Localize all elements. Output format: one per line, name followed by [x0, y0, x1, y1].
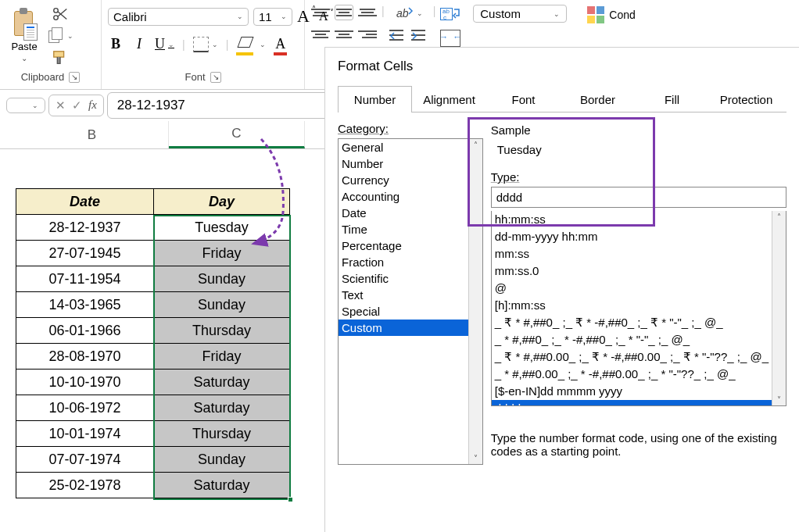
cancel-icon[interactable]: ✕ [56, 98, 66, 112]
cell-day[interactable]: Friday [154, 344, 290, 370]
paste-button[interactable]: Paste ⌄ [6, 9, 42, 62]
format-list[interactable]: hh:mm:ss dd-mm-yyyy hh:mm mm:ss mm:ss.0 … [491, 211, 786, 406]
category-item[interactable]: Percentage [339, 237, 468, 254]
align-center-button[interactable] [335, 27, 353, 42]
cell-date[interactable]: 28-08-1970 [16, 344, 154, 370]
group-launcher-icon[interactable]: ↘ [69, 72, 80, 83]
scroll-down-icon[interactable]: ˅ [777, 395, 781, 404]
cell-day[interactable]: Thursday [154, 318, 290, 344]
column-header-c[interactable]: C [169, 121, 305, 148]
orientation-button[interactable]: ab ⌄ [389, 5, 428, 22]
group-launcher-icon[interactable]: ↘ [210, 72, 221, 83]
cell-date[interactable]: 10-10-1970 [16, 370, 154, 395]
column-header-b[interactable]: B [16, 121, 169, 148]
merge-button[interactable] [440, 30, 460, 47]
cell-date[interactable]: 28-12-1937 [16, 215, 154, 241]
conditional-formatting-button[interactable]: Cond [584, 3, 638, 27]
font-size-select[interactable]: 11 ⌄ [253, 8, 292, 26]
format-item[interactable]: [h]:mm:ss [492, 297, 772, 314]
format-item[interactable]: _ ₹ * #,##0_ ;_ ₹ * -#,##0_ ;_ ₹ * "-"_ … [492, 314, 772, 331]
cell-date[interactable]: 25-02-1978 [16, 473, 154, 498]
name-box[interactable]: ⌄ [6, 98, 45, 113]
format-item[interactable]: _ * #,##0_ ;_ * -#,##0_ ;_ * "-"_ ;_ @_ [492, 331, 772, 348]
cell-day[interactable]: Saturday [154, 395, 290, 421]
tab-font[interactable]: Font [486, 86, 561, 112]
scroll-up-icon[interactable]: ˄ [777, 212, 781, 221]
cell-day[interactable]: Sunday [154, 447, 290, 473]
format-painter-button[interactable] [47, 49, 73, 66]
cell-day[interactable]: Thursday [154, 421, 290, 447]
category-list[interactable]: General Number Currency Accounting Date … [338, 138, 483, 465]
category-item[interactable]: Fraction [339, 254, 468, 270]
format-item[interactable]: _ ₹ * #,##0.00_ ;_ ₹ * -#,##0.00_ ;_ ₹ *… [492, 348, 772, 366]
format-item[interactable]: _ * #,##0.00_ ;_ * -#,##0.00_ ;_ * "-"??… [492, 366, 772, 383]
category-item[interactable]: Currency [339, 172, 468, 188]
format-item[interactable]: [$-en-IN]dd mmmm yyyy [492, 383, 772, 400]
decrease-font-button[interactable]: A˅ [319, 9, 333, 23]
tab-border[interactable]: Border [561, 86, 635, 112]
format-item[interactable]: dddd [492, 400, 772, 405]
tab-alignment[interactable]: Alignment [412, 86, 486, 112]
format-item[interactable]: mm:ss [492, 245, 772, 262]
cut-button[interactable] [47, 5, 73, 23]
cell-date[interactable]: 07-07-1974 [16, 447, 154, 473]
tab-fill[interactable]: Fill [635, 86, 709, 112]
cell-day[interactable]: Friday [154, 241, 290, 266]
category-item[interactable]: Number [339, 155, 468, 172]
tab-protection[interactable]: Protection [709, 86, 783, 112]
category-item[interactable]: Date [339, 205, 468, 221]
format-item[interactable]: hh:mm:ss [492, 211, 772, 228]
cell-date[interactable]: 27-07-1945 [16, 241, 154, 266]
type-input[interactable]: dddd [491, 187, 786, 208]
font-color-button[interactable]: A [274, 36, 287, 52]
category-item[interactable]: Time [339, 221, 468, 237]
cell-day[interactable]: Tuesday [154, 215, 290, 241]
format-item[interactable]: dd-mm-yyyy hh:mm [492, 228, 772, 245]
category-item[interactable]: Special [339, 303, 468, 320]
fx-icon[interactable]: fx [88, 98, 97, 112]
cell-date[interactable]: 10-06-1972 [16, 395, 154, 421]
enter-icon[interactable]: ✓ [72, 98, 82, 112]
underline-button[interactable]: U⌄ [155, 36, 174, 52]
increase-indent-button[interactable] [411, 28, 428, 44]
cell-date[interactable]: 14-03-1965 [16, 292, 154, 318]
wrap-text-button[interactable]: abc [440, 5, 460, 23]
cell-day[interactable]: Saturday [154, 370, 290, 395]
tab-number[interactable]: Number [338, 86, 412, 112]
header-date[interactable]: Date [16, 189, 154, 215]
scrollbar[interactable]: ˄˅ [772, 211, 786, 405]
scroll-up-icon[interactable]: ˄ [474, 141, 478, 149]
format-item[interactable]: @ [492, 280, 772, 297]
format-item[interactable]: mm:ss.0 [492, 262, 772, 280]
fill-handle[interactable] [288, 497, 293, 502]
cell-date[interactable]: 07-11-1954 [16, 266, 154, 292]
bold-button[interactable]: B [108, 36, 124, 52]
category-item[interactable]: Scientific [339, 270, 468, 287]
cell-date[interactable]: 06-01-1966 [16, 318, 154, 344]
align-middle-button[interactable] [335, 5, 353, 20]
cell-day[interactable]: Sunday [154, 266, 290, 292]
font-name-select[interactable]: Calibri ⌄ [108, 8, 249, 26]
align-bottom-button[interactable] [358, 5, 377, 20]
category-item[interactable]: General [339, 139, 468, 155]
hint-text: Type the number format code, using one o… [491, 412, 786, 458]
number-format-select[interactable]: Custom ⌄ [473, 5, 567, 23]
cell-day[interactable]: Sunday [154, 292, 290, 318]
scrollbar[interactable]: ˄˅ [468, 139, 482, 464]
scroll-down-icon[interactable]: ˅ [474, 454, 478, 462]
copy-button[interactable]: ⌄ [47, 27, 73, 45]
cell-day[interactable]: Saturday [154, 473, 290, 498]
category-item[interactable]: Text [339, 287, 468, 303]
cell-date[interactable]: 10-01-1974 [16, 421, 154, 447]
align-right-button[interactable] [358, 27, 377, 42]
category-item[interactable]: Custom [339, 320, 468, 336]
italic-button[interactable]: I [131, 36, 147, 52]
category-item[interactable]: Accounting [339, 188, 468, 205]
border-button[interactable]: ⌄ [193, 37, 218, 52]
decrease-indent-button[interactable] [389, 28, 407, 44]
header-day[interactable]: Day [154, 189, 290, 215]
chevron-down-icon: ⌄ [552, 10, 560, 18]
fill-color-button[interactable]: ⌄ [236, 37, 266, 52]
align-left-button[interactable] [311, 27, 330, 42]
increase-font-button[interactable]: A˄ [297, 6, 314, 27]
